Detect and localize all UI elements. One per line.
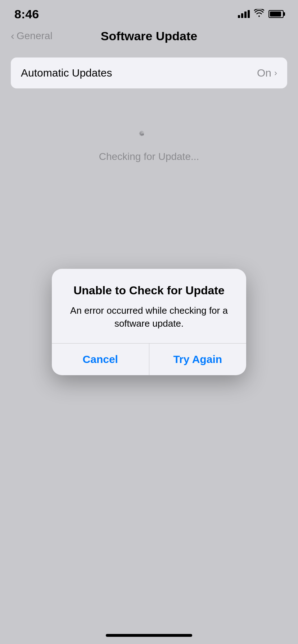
home-indicator [106,634,192,637]
alert-overlay: Unable to Check for Update An error occu… [0,0,298,644]
alert-actions: Cancel Try Again [52,344,246,375]
alert-message: An error occurred while checking for a s… [66,304,232,330]
cancel-button[interactable]: Cancel [52,344,149,375]
alert-title: Unable to Check for Update [66,283,232,298]
alert-content: Unable to Check for Update An error occu… [52,269,246,343]
alert-dialog: Unable to Check for Update An error occu… [52,269,246,375]
try-again-button[interactable]: Try Again [149,344,247,375]
